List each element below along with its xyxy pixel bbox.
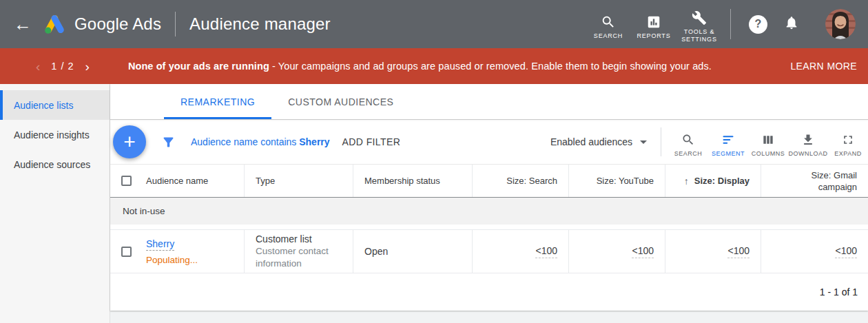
top-app-bar: ← Google Ads Audience manager SEARCH	[0, 0, 868, 48]
row-gap	[110, 225, 868, 229]
header-audience-name[interactable]: Audience name	[110, 165, 245, 197]
segment-icon	[721, 133, 735, 147]
tab-label: CUSTOM AUDIENCES	[288, 96, 393, 107]
audience-name-link[interactable]: Sherry	[146, 238, 174, 251]
table-search-button[interactable]: SEARCH	[668, 127, 708, 157]
size-display-value: <100	[727, 245, 750, 258]
topbar-tools-settings-button[interactable]: TOOLS & SETTINGS	[676, 5, 722, 43]
column-label: Size: Display	[694, 176, 750, 186]
populating-status: Populating...	[146, 255, 198, 265]
avatar-image	[825, 9, 856, 39]
reports-icon	[646, 14, 661, 30]
tab-custom-audiences[interactable]: CUSTOM AUDIENCES	[271, 84, 410, 119]
sidebar-item-label: Audience sources	[14, 159, 90, 170]
topbar-actions-divider	[730, 9, 731, 39]
table-download-button[interactable]: DOWNLOAD	[788, 127, 828, 157]
tab-label: REMARKETING	[180, 96, 255, 107]
sidebar-item-audience-lists[interactable]: Audience lists	[0, 90, 110, 120]
table-expand-button[interactable]: EXPAND	[828, 127, 868, 157]
table-segment-button[interactable]: SEGMENT	[708, 127, 748, 157]
search-icon	[601, 14, 616, 30]
columns-icon	[761, 133, 775, 147]
chevron-down-icon	[640, 140, 647, 144]
table-header-row: Audience name Type Membership status Siz…	[110, 164, 868, 198]
help-button[interactable]: ?	[749, 15, 767, 34]
audience-view-dropdown[interactable]: Enabled audiences	[550, 136, 647, 147]
row-checkbox[interactable]	[121, 247, 132, 257]
row-type-cell: Customer list Customer contact informati…	[245, 230, 353, 273]
plus-icon: +	[123, 132, 136, 152]
active-filter-chip[interactable]: Audience name contains Sherry	[191, 136, 330, 147]
notifications-button[interactable]	[784, 15, 799, 33]
size-search-value: <100	[535, 245, 557, 258]
row-audience-name-cell: Sherry Populating...	[110, 230, 245, 273]
bell-icon	[784, 21, 799, 32]
banner-message-body: - Your campaigns and ad groups are pause…	[269, 61, 712, 72]
filter-funnel-icon	[161, 135, 176, 149]
add-filter-button[interactable]: ADD FILTER	[342, 136, 401, 147]
size-youtube-value: <100	[632, 245, 654, 258]
column-label-line2: campaign	[818, 182, 857, 192]
banner-next-icon[interactable]: ›	[81, 60, 94, 73]
topbar-tools-settings-label: TOOLS & SETTINGS	[676, 28, 722, 43]
column-label: Audience name	[146, 176, 208, 186]
google-ads-logo-icon	[43, 14, 66, 34]
column-label: Size: YouTube	[597, 176, 654, 186]
sidebar-item-label: Audience lists	[14, 100, 73, 111]
google-ads-app: ← Google Ads Audience manager SEARCH	[0, 0, 868, 323]
type-value: Customer list	[256, 233, 342, 245]
filter-field-text: Audience name contains	[191, 136, 299, 147]
sidebar-item-audience-sources[interactable]: Audience sources	[0, 149, 110, 179]
banner-prev-icon[interactable]: ‹	[32, 60, 44, 73]
tab-bar: REMARKETING CUSTOM AUDIENCES	[110, 84, 868, 120]
column-label: Size: Gmail campaign	[812, 169, 857, 193]
download-icon	[801, 133, 815, 147]
row-size-gmail-cell: <100	[761, 230, 868, 273]
product-name: Google Ads	[74, 14, 161, 34]
row-size-display-cell: <100	[665, 230, 761, 273]
topbar-reports-button[interactable]: REPORTS	[631, 9, 676, 40]
alert-banner: ‹ 1 / 2 › None of your ads are running -…	[0, 48, 868, 84]
group-row-not-in-use: Not in-use	[110, 198, 868, 225]
row-size-search-cell: <100	[473, 230, 569, 273]
pagination-range: 1 - 1 of 1	[820, 286, 858, 298]
banner-message: None of your ads are running - Your camp…	[128, 61, 712, 72]
group-label: Not in-use	[123, 206, 165, 216]
topbar-reports-label: REPORTS	[637, 32, 671, 40]
table-footer: 1 - 1 of 1	[110, 273, 868, 311]
header-membership-status[interactable]: Membership status	[353, 165, 473, 197]
topbar-actions: SEARCH REPORTS TOOLS & SETTINGS ?	[586, 5, 868, 43]
add-audience-button[interactable]: +	[113, 125, 146, 158]
banner-page-count: 1 / 2	[51, 61, 74, 72]
header-size-youtube[interactable]: Size: YouTube	[569, 165, 665, 197]
tab-remarketing[interactable]: REMARKETING	[164, 84, 271, 119]
sidebar-item-label: Audience insights	[14, 129, 90, 140]
back-arrow-icon[interactable]: ←	[14, 15, 32, 33]
learn-more-button[interactable]: LEARN MORE	[790, 61, 857, 72]
header-type[interactable]: Type	[245, 165, 353, 197]
column-label: Membership status	[364, 176, 440, 186]
header-size-search[interactable]: Size: Search	[473, 165, 569, 197]
search-icon	[681, 133, 695, 147]
table-toolbar: + Audience name contains Sherry ADD FILT…	[110, 120, 868, 164]
topbar-search-label: SEARCH	[594, 32, 623, 40]
type-detail: Customer contact information	[256, 245, 342, 270]
topbar-search-button[interactable]: SEARCH	[586, 9, 631, 40]
banner-message-title: None of your ads are running	[128, 61, 269, 72]
select-all-checkbox[interactable]	[121, 176, 132, 186]
header-size-gmail-campaign[interactable]: Size: Gmail campaign	[761, 165, 868, 197]
header-size-display[interactable]: ↑ Size: Display	[665, 165, 761, 197]
help-icon: ?	[755, 18, 762, 30]
membership-value: Open	[364, 246, 388, 257]
expand-icon	[841, 133, 855, 147]
user-avatar[interactable]	[825, 9, 856, 39]
sidebar-item-audience-insights[interactable]: Audience insights	[0, 120, 110, 149]
main-panel: REMARKETING CUSTOM AUDIENCES + Audi	[110, 84, 868, 323]
column-label: Type	[256, 176, 275, 186]
table-columns-label: COLUMNS	[752, 150, 785, 157]
topbar-divider	[175, 12, 176, 37]
table-columns-button[interactable]: COLUMNS	[748, 127, 788, 157]
table-segment-label: SEGMENT	[712, 150, 745, 157]
wrench-icon	[692, 10, 707, 25]
google-ads-logo[interactable]: Google Ads	[43, 14, 161, 34]
